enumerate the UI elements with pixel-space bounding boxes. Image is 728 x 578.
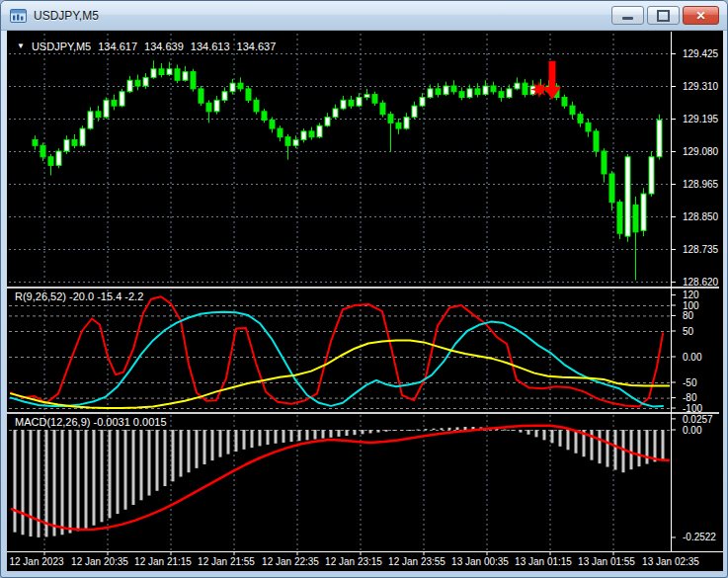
ohlc-low: 134.613 [191,41,230,52]
minimize-icon [622,17,633,20]
macd-values: -0.0031 0.0015 [93,416,166,428]
macd-name: MACD(12,26,9) [15,416,90,428]
symbol-ohlc-row: ▼ USDJPY,M5 134.617 134.639 134.613 134.… [17,41,276,52]
restore-icon [657,10,670,22]
restore-button[interactable] [647,6,680,25]
chart-window-icon [10,9,27,23]
ohlc-high: 134.639 [144,41,184,52]
window-titlebar[interactable]: USDJPY,M5 ✕ [1,1,727,31]
ohlc-close: 134.637 [237,41,277,52]
chart-window: USDJPY,M5 ✕ ▼ USDJPY,M5 134.617 134.639 … [0,0,728,578]
macd-indicator-label: MACD(12,26,9) -0.0031 0.0015 [15,416,167,428]
symbol-label: USDJPY,M5 [32,41,91,52]
chevron-down-icon[interactable]: ▼ [17,42,25,50]
minimize-button[interactable] [611,6,644,25]
oscillator-indicator-label: R(9,26,52) -20.0 -15.4 -2.2 [15,290,143,302]
oscillator-name: R(9,26,52) [15,290,66,302]
close-icon: ✕ [695,10,705,22]
oscillator-values: -20.0 -15.4 -2.2 [69,290,143,302]
ohlc-open: 134.617 [98,41,137,52]
window-title: USDJPY,M5 [34,9,99,23]
close-button[interactable]: ✕ [683,6,719,25]
